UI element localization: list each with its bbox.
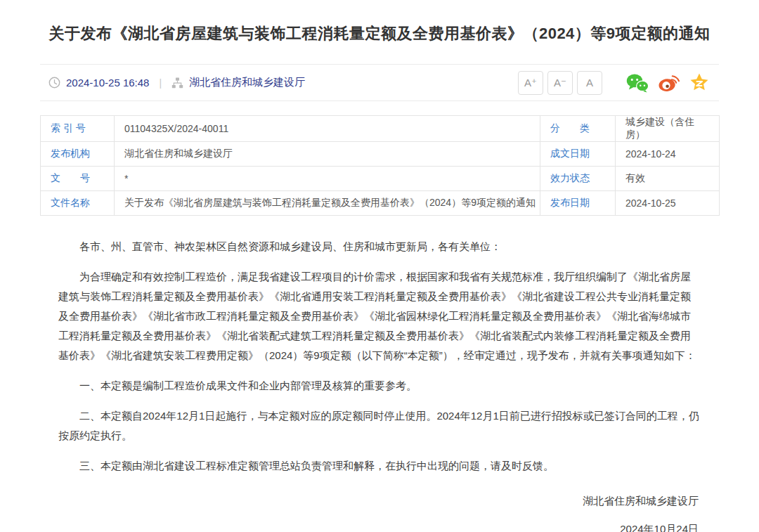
item-1-paragraph: 一、本定额是编制工程造价成果文件和企业内部管理及核算的重要参考。 — [58, 376, 701, 396]
doc-number-value: * — [115, 167, 540, 191]
meta-left: 2024-10-25 16:48 | 湖北省住房和城乡建设厅 — [48, 76, 305, 89]
category-label: 分 类 — [540, 116, 616, 142]
doc-title-label: 文件名称 — [41, 191, 115, 216]
index-number-label: 索 引 号 — [41, 116, 115, 142]
font-reset-button[interactable]: A — [577, 71, 602, 95]
validity-value: 有效 — [616, 167, 720, 191]
validity-label: 效力状态 — [540, 167, 616, 191]
publish-datetime: 2024-10-25 16:48 — [66, 77, 149, 89]
info-bar: 2024-10-25 16:48 | 湖北省住房和城乡建设厅 A⁺ A⁻ A — [40, 64, 719, 101]
qzone-share-icon[interactable] — [688, 72, 711, 93]
meta-right: A⁺ A⁻ A — [514, 71, 711, 95]
item-2-paragraph: 二、本定额自2024年12月1日起施行，与本定额对应的原定额同时停止使用。202… — [58, 406, 701, 446]
publish-date-label: 发布日期 — [540, 191, 616, 216]
category-value: 城乡建设（含住房） — [616, 116, 720, 142]
weibo-share-icon[interactable] — [657, 72, 680, 93]
meta-separator: | — [159, 77, 162, 89]
table-row: 文件名称 关于发布《湖北省房屋建筑与装饰工程消耗量定额及全费用基价表》（2024… — [41, 191, 720, 216]
table-row: 索 引 号 01104325X/2024-40011 分 类 城乡建设（含住房） — [41, 116, 720, 142]
signature-date: 2024年10月24日 — [58, 519, 699, 532]
publish-date-value: 2024-10-25 — [616, 191, 720, 216]
table-row: 文 号 * 效力状态 有效 — [41, 167, 720, 191]
signature-block: 湖北省住房和城乡建设厅 2024年10月24日 — [58, 491, 701, 532]
document-meta-table: 索 引 号 01104325X/2024-40011 分 类 城乡建设（含住房）… — [40, 115, 720, 216]
doc-title-value: 关于发布《湖北省房屋建筑与装饰工程消耗量定额及全费用基价表》（2024）等9项定… — [115, 191, 540, 216]
clock-icon — [48, 77, 60, 89]
index-number-value: 01104325X/2024-40011 — [115, 116, 540, 142]
issuing-agency-label: 发布机构 — [41, 142, 115, 167]
org-sitemap-icon — [171, 77, 183, 89]
table-row: 发布机构 湖北省住房和城乡建设厅 成文日期 2024-10-24 — [41, 142, 720, 167]
salutation-paragraph: 各市、州、直管市、神农架林区自然资源和城乡建设局、住房和城市更新局，各有关单位： — [58, 237, 701, 257]
source-department[interactable]: 湖北省住房和城乡建设厅 — [189, 76, 305, 89]
share-group — [618, 72, 711, 93]
issuing-agency-value: 湖北省住房和城乡建设厅 — [115, 142, 540, 167]
notice-body: 各市、州、直管市、神农架林区自然资源和城乡建设局、住房和城市更新局，各有关单位：… — [40, 216, 719, 532]
written-date-value: 2024-10-24 — [616, 142, 720, 167]
font-decrease-button[interactable]: A⁻ — [547, 71, 573, 95]
notice-page: 关于发布《湖北省房屋建筑与装饰工程消耗量定额及全费用基价表》（2024）等9项定… — [0, 0, 759, 532]
wechat-share-icon[interactable] — [626, 72, 649, 93]
item-3-paragraph: 三、本定额由湖北省建设工程标准定额管理总站负责管理和解释，在执行中出现的问题，请… — [58, 456, 701, 476]
font-increase-button[interactable]: A⁺ — [518, 71, 543, 95]
content-column: 2024-10-25 16:48 | 湖北省住房和城乡建设厅 A⁺ A⁻ A — [40, 64, 719, 532]
signature-department: 湖北省住房和城乡建设厅 — [58, 491, 699, 511]
doc-number-label: 文 号 — [41, 167, 115, 191]
written-date-label: 成文日期 — [540, 142, 616, 167]
page-title: 关于发布《湖北省房屋建筑与装饰工程消耗量定额及全费用基价表》（2024）等9项定… — [0, 0, 759, 44]
intro-paragraph: 为合理确定和有效控制工程造价，满足我省建设工程项目的计价需求，根据国家和我省有关… — [58, 267, 701, 365]
